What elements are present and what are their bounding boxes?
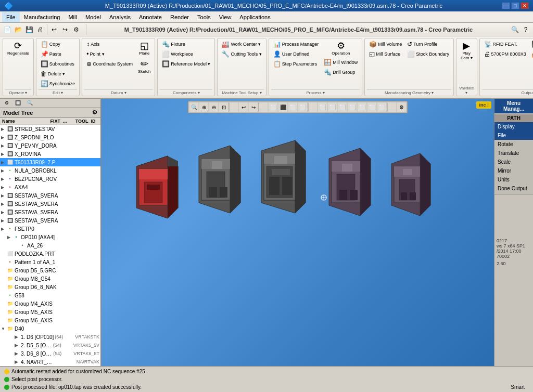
tree-item[interactable]: ▶🔲SESTAVA_SVERA	[0, 191, 100, 200]
tree-item[interactable]: ▶🔲STRED_SESTAV	[0, 125, 100, 133]
tree-item[interactable]: ▶🔲SESTAVA_SVERA	[0, 200, 100, 208]
user-defined-btn[interactable]: 👤User Defined	[271, 49, 321, 59]
menu-mill[interactable]: Mill	[64, 12, 81, 22]
view3-btn[interactable]: ⬜	[288, 102, 298, 112]
tree-options-btn[interactable]: ⚙	[92, 109, 97, 116]
menu-rotate[interactable]: Rotate	[494, 140, 533, 149]
turn-profile-btn[interactable]: ↺Turn Profile	[405, 40, 451, 49]
tree-item[interactable]: ▶2. D5_5 [OP010](54)VRTAK5_5V	[0, 341, 100, 349]
ref-model-btn[interactable]: 🔲Reference Model ▾	[160, 59, 212, 69]
cutting-tools-btn[interactable]: 🔧Cutting Tools ▾	[220, 49, 263, 59]
display7-btn[interactable]: ⬜	[377, 102, 387, 112]
help-btn[interactable]: ?	[521, 24, 531, 35]
display5-btn[interactable]: ⬜	[358, 102, 367, 112]
operation-btn[interactable]: ⚙Operation	[322, 40, 360, 57]
tree-item[interactable]: 📁Group M6_AXIS	[0, 316, 100, 324]
tree-item[interactable]: 📁Group M8_G54	[0, 275, 100, 283]
menu-annotate[interactable]: Annotate	[135, 12, 166, 22]
regenerate-btn[interactable]: ⟳ Regenerate	[5, 40, 31, 57]
view2-btn[interactable]: ⬛	[278, 102, 288, 112]
tree-item[interactable]: •G58	[0, 291, 100, 299]
tree-item[interactable]: ▶•NULA_OBROBKL	[0, 166, 100, 175]
menu-view[interactable]: View	[215, 12, 236, 22]
save-btn[interactable]: 💾	[24, 24, 34, 35]
step-params-btn[interactable]: 📋Step Parameters	[271, 59, 321, 69]
menu-done-output[interactable]: Done Output	[494, 184, 533, 193]
undo-btn[interactable]: ↩	[49, 24, 59, 35]
tree-filter-btn[interactable]: 🔲	[12, 99, 23, 107]
tree-item[interactable]: ▼📁D40	[0, 324, 100, 333]
customize-btn[interactable]: ⚙	[71, 24, 81, 35]
viewport-3d[interactable]: 🔍 ⊕ ⊖ ⊡ ↩ ↪ ⬜ ⬛ ⬜ ⬜ ⬜ ⬜ ⬜ ⬜	[101, 99, 494, 366]
extra-btn[interactable]: ⚙	[397, 102, 407, 112]
tree-item[interactable]: ▶•AXA4	[0, 183, 100, 191]
tree-item[interactable]: •AA_26	[0, 241, 100, 250]
copy-btn[interactable]: 📋Copy	[39, 40, 78, 49]
menu-file[interactable]: File	[2, 12, 20, 22]
menu-mirror[interactable]: Mirror	[494, 166, 533, 175]
rfid-feat-btn[interactable]: 📡RFID FEAT.	[482, 40, 528, 49]
close-button[interactable]: ✕	[521, 2, 529, 9]
display2-btn[interactable]: ⬜	[328, 102, 337, 112]
tree-item[interactable]: ▶🔲Y_PEVNY_DORA	[0, 141, 100, 150]
zoom-area-btn[interactable]: ⊕	[199, 102, 209, 112]
coord-sys-btn[interactable]: ⊕Coordinate System	[84, 59, 135, 69]
delete-btn[interactable]: 🗑Delete ▾	[39, 69, 78, 79]
menu-render[interactable]: Render	[166, 12, 193, 22]
tree-item[interactable]: 📁Group D6_8_NAK	[0, 283, 100, 291]
tree-item[interactable]: ⬜PODLOZKA.PRT	[0, 250, 100, 258]
tree-settings-btn[interactable]: ⚙	[2, 99, 11, 107]
drill-group-btn[interactable]: 🔩Drill Group	[322, 68, 360, 77]
menu-scale[interactable]: Scale	[494, 158, 533, 166]
tree-item[interactable]: ▶⬜T901333R09_7.P	[0, 158, 100, 166]
redo-view-btn[interactable]: ↪	[249, 102, 258, 112]
tree-item[interactable]: ▶1. D6 [OP010](54)VRTAKSTK	[0, 333, 100, 341]
tree-item[interactable]: 📁Group M5_AXIS	[0, 308, 100, 316]
view1-btn[interactable]: ⬜	[269, 102, 278, 112]
zoom-out-btn[interactable]: ⊖	[209, 102, 219, 112]
menu-file[interactable]: File	[494, 131, 533, 140]
menu-translate[interactable]: Translate	[494, 149, 533, 158]
zoom-in-btn[interactable]: 🔍	[189, 102, 199, 112]
tree-item[interactable]: ▶🔲SESTAVA_SVERA	[0, 208, 100, 216]
new-btn[interactable]: 📄	[2, 24, 12, 35]
plane-btn[interactable]: ◱Plane	[136, 40, 153, 57]
minimize-button[interactable]: —	[502, 2, 510, 9]
sketch-btn[interactable]: ✏Sketch	[136, 58, 153, 75]
work-center-btn[interactable]: 🏭Work Center ▾	[220, 40, 263, 49]
tree-item[interactable]: ▶•BEZPECNA_ROV	[0, 175, 100, 183]
fit-btn[interactable]: ⊡	[219, 102, 229, 112]
process-mgr-btn[interactable]: 📊Process Manager	[271, 40, 321, 49]
menu-analysis[interactable]: Analysis	[105, 12, 135, 22]
axis-btn[interactable]: ↕Axis	[84, 40, 135, 49]
tree-search-btn[interactable]: 🔍	[24, 99, 35, 107]
display3-btn[interactable]: ⬜	[338, 102, 347, 112]
point-btn[interactable]: •Point ▾	[84, 49, 135, 59]
maximize-button[interactable]: □	[511, 2, 519, 9]
display6-btn[interactable]: ⬜	[367, 102, 377, 112]
mill-volume-btn[interactable]: 📦Mill Volume	[367, 40, 404, 49]
play-path-btn[interactable]: ▶ PlayPath ▾	[459, 40, 475, 62]
menu-tools[interactable]: Tools	[193, 12, 215, 22]
menu-applications[interactable]: Applications	[235, 12, 274, 22]
stock-boundary-btn[interactable]: ⬜Stock Boundary	[405, 49, 451, 59]
display4-btn[interactable]: ⬜	[348, 102, 357, 112]
mill-window-btn[interactable]: 🪟Mill Window	[322, 58, 360, 67]
fixture-btn[interactable]: 🔩Fixture	[160, 40, 212, 49]
tree-item[interactable]: ▶•FSETP0	[0, 225, 100, 233]
5700pm-btn[interactable]: 🖨5700PM 8000X3	[482, 49, 528, 59]
menu-units[interactable]: Units	[494, 175, 533, 184]
workpiece-btn[interactable]: ⬜Workpiece	[160, 49, 212, 59]
tree-item[interactable]: 📁Group M4_AXIS	[0, 299, 100, 308]
tree-item[interactable]: ▶🔲Z_SPODNI_PLO	[0, 133, 100, 141]
paste-btn[interactable]: 📌Paste	[39, 49, 78, 59]
tree-item[interactable]: ▶🔲X_ROVINA	[0, 150, 100, 158]
menu-manufacturing[interactable]: Manufacturing	[20, 12, 65, 22]
tree-item[interactable]: ▶4. NAVRT_M8 [OP(54)NA/RTVAK	[0, 358, 100, 366]
save-cl-btn[interactable]: 💾Save a CL File ▾	[529, 40, 533, 49]
tree-item[interactable]: ▶•OP010 [AXA4]	[0, 233, 100, 241]
tree-item[interactable]: ▶🔲SESTAVA_SVERA	[0, 216, 100, 225]
subroutines-btn[interactable]: 🔲Subroutines	[39, 59, 78, 69]
view4-btn[interactable]: ⬜	[298, 102, 308, 112]
open-btn[interactable]: 📂	[13, 24, 23, 35]
